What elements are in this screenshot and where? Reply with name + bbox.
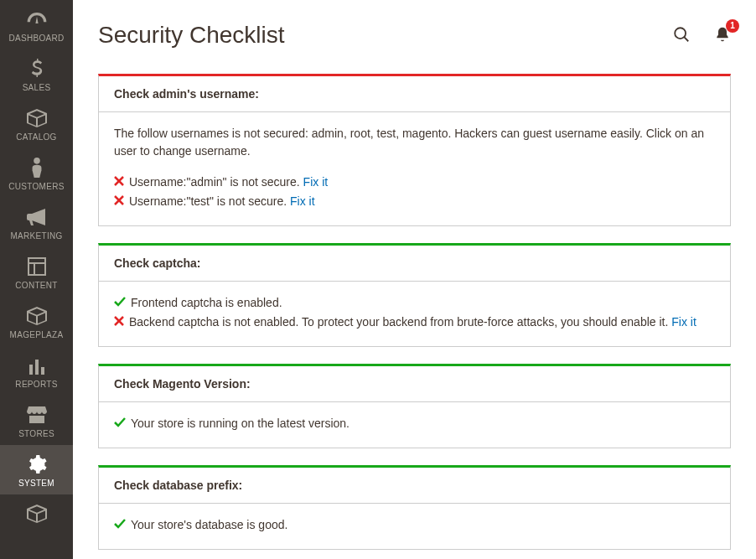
card-title: Check Magento Version: — [99, 366, 730, 402]
sidebar-item-system[interactable]: SYSTEM — [0, 445, 73, 494]
sidebar-item-reports[interactable]: REPORTS — [0, 346, 73, 396]
sidebar-item-content[interactable]: CONTENT — [0, 247, 73, 297]
svg-rect-6 — [41, 367, 44, 375]
check-text: Frontend captcha is enabled. — [131, 294, 282, 312]
dollar-icon — [29, 58, 44, 80]
checklist-card: Check database prefix:Your store's datab… — [98, 465, 731, 550]
sidebar-item-mageplaza[interactable]: MAGEPLAZA — [0, 297, 73, 346]
cross-icon — [114, 195, 124, 205]
card-description: The follow usernames is not secured: adm… — [114, 125, 715, 160]
sidebar-item-label: DASHBOARD — [8, 34, 64, 43]
sidebar-item-catalog[interactable]: CATALOG — [0, 99, 73, 148]
megaphone-icon — [27, 206, 47, 228]
topbar: Security Checklist 1 — [98, 22, 731, 49]
sidebar-item-marketing[interactable]: MARKETING — [0, 198, 73, 247]
check-item: Your store is running on the latest vers… — [114, 415, 715, 432]
gear-icon — [27, 453, 47, 475]
cross-icon — [114, 176, 124, 186]
svg-line-8 — [684, 37, 688, 41]
box-icon — [27, 305, 47, 327]
check-icon — [114, 417, 126, 427]
sidebar-item-more[interactable] — [0, 494, 73, 535]
box-icon — [27, 503, 47, 525]
top-actions: 1 — [672, 25, 731, 46]
fix-it-link[interactable]: Fix it — [290, 194, 315, 208]
stores-icon — [27, 404, 47, 426]
check-item: Username:"test" is not secure. Fix it — [114, 193, 715, 210]
checklist-card: Check admin's username:The follow userna… — [98, 74, 731, 226]
fix-it-link[interactable]: Fix it — [303, 175, 329, 189]
sidebar-item-customers[interactable]: CUSTOMERS — [0, 148, 73, 198]
check-item: Username:"admin" is not secure. Fix it — [114, 173, 715, 191]
check-text: Username:"admin" is not secure. Fix it — [129, 173, 328, 191]
page-title: Security Checklist — [98, 22, 285, 49]
check-item: Your store's database is good. — [114, 516, 715, 534]
sidebar-item-label: CUSTOMERS — [8, 182, 64, 191]
sidebar-item-sales[interactable]: SALES — [0, 49, 73, 99]
sidebar-item-label: STORES — [18, 429, 54, 438]
svg-point-0 — [34, 158, 40, 164]
main-content: Security Checklist 1 Check admin's usern… — [73, 0, 756, 559]
search-icon[interactable] — [672, 25, 691, 46]
check-icon — [114, 297, 126, 307]
notification-badge: 1 — [726, 19, 739, 33]
svg-rect-4 — [29, 365, 33, 375]
cross-icon — [114, 316, 124, 326]
sidebar-item-label: MAGEPLAZA — [10, 330, 64, 339]
sidebar-item-label: CONTENT — [15, 281, 57, 290]
person-icon — [30, 157, 44, 179]
dashboard-icon — [26, 8, 48, 30]
sidebar: DASHBOARDSALESCATALOGCUSTOMERSMARKETINGC… — [0, 0, 73, 559]
check-item: Frontend captcha is enabled. — [114, 294, 715, 312]
sidebar-item-label: SALES — [23, 83, 51, 92]
sidebar-item-label: REPORTS — [15, 380, 57, 389]
checklist-card: Check captcha:Frontend captcha is enable… — [98, 243, 731, 347]
card-title: Check admin's username: — [99, 76, 730, 112]
layout-icon — [28, 256, 46, 277]
checklist-card: Check Magento Version:Your store is runn… — [98, 364, 731, 448]
check-text: Your store's database is good. — [131, 516, 287, 534]
check-item: Backend captcha is not enabled. To prote… — [114, 313, 715, 331]
svg-point-7 — [675, 28, 686, 39]
check-text: Your store is running on the latest vers… — [131, 415, 350, 432]
check-icon — [114, 519, 126, 529]
sidebar-item-dashboard[interactable]: DASHBOARD — [0, 0, 73, 49]
notifications-icon[interactable]: 1 — [714, 26, 731, 45]
check-text: Username:"test" is not secure. Fix it — [129, 193, 315, 210]
fix-it-link[interactable]: Fix it — [671, 315, 696, 329]
svg-rect-1 — [28, 258, 45, 275]
sidebar-item-label: CATALOG — [16, 132, 56, 142]
box-icon — [27, 107, 47, 129]
sidebar-item-label: MARKETING — [10, 231, 62, 241]
card-title: Check database prefix: — [99, 468, 730, 504]
card-title: Check captcha: — [99, 246, 730, 282]
check-text: Backend captcha is not enabled. To prote… — [129, 313, 696, 331]
sidebar-item-label: SYSTEM — [18, 479, 54, 488]
bars-icon — [28, 355, 46, 376]
svg-rect-5 — [35, 360, 39, 375]
sidebar-item-stores[interactable]: STORES — [0, 396, 73, 445]
